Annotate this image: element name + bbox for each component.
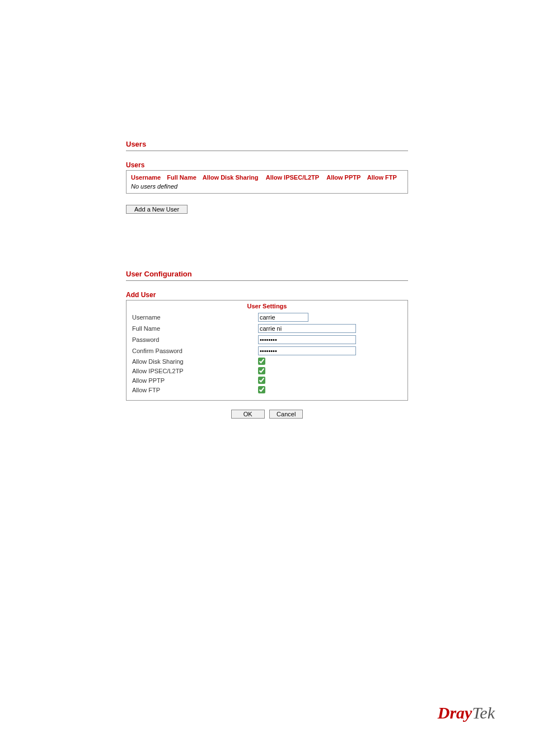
users-table: Username Full Name Allow Disk Sharing Al… [131, 173, 403, 190]
col-ipsec: Allow IPSEC/L2TP [266, 173, 326, 182]
ipsec-checkbox[interactable] [258, 367, 265, 374]
disk-sharing-checkbox[interactable] [258, 358, 265, 365]
cancel-button[interactable]: Cancel [269, 410, 303, 419]
password-label: Password [132, 336, 258, 343]
col-ftp: Allow FTP [367, 173, 403, 182]
settings-box-title: User Settings [132, 303, 402, 309]
disk-sharing-label: Allow Disk Sharing [132, 358, 258, 365]
col-username: Username [131, 173, 167, 182]
add-user-caption: Add User [126, 291, 408, 299]
col-disk: Allow Disk Sharing [203, 173, 266, 182]
fullname-label: Full Name [132, 325, 258, 332]
username-input[interactable] [258, 313, 308, 322]
password-input[interactable] [258, 335, 356, 344]
pptp-checkbox[interactable] [258, 377, 265, 384]
no-users-text: No users defined [131, 182, 403, 190]
users-table-caption: Users [126, 161, 408, 169]
ipsec-label: Allow IPSEC/L2TP [132, 368, 258, 374]
username-label: Username [132, 314, 258, 321]
col-fullname: Full Name [167, 173, 203, 182]
logo-part2: Tek [472, 703, 495, 722]
draytek-logo: DrayTek [438, 703, 495, 722]
users-table-container: Username Full Name Allow Disk Sharing Al… [126, 170, 408, 194]
users-section-title: Users [126, 140, 408, 151]
ftp-checkbox[interactable] [258, 386, 265, 393]
logo-part1: Dray [438, 703, 472, 722]
ftp-label: Allow FTP [132, 387, 258, 393]
confirm-password-label: Confirm Password [132, 348, 258, 354]
add-user-button[interactable]: Add a New User [126, 205, 188, 214]
user-settings-box: User Settings Username Full Name Passwor… [126, 300, 408, 401]
col-pptp: Allow PPTP [326, 173, 367, 182]
confirm-password-input[interactable] [258, 346, 356, 355]
fullname-input[interactable] [258, 324, 356, 333]
table-row: No users defined [131, 182, 403, 190]
pptp-label: Allow PPTP [132, 377, 258, 384]
ok-button[interactable]: OK [231, 410, 265, 419]
user-config-section-title: User Configuration [126, 270, 408, 281]
